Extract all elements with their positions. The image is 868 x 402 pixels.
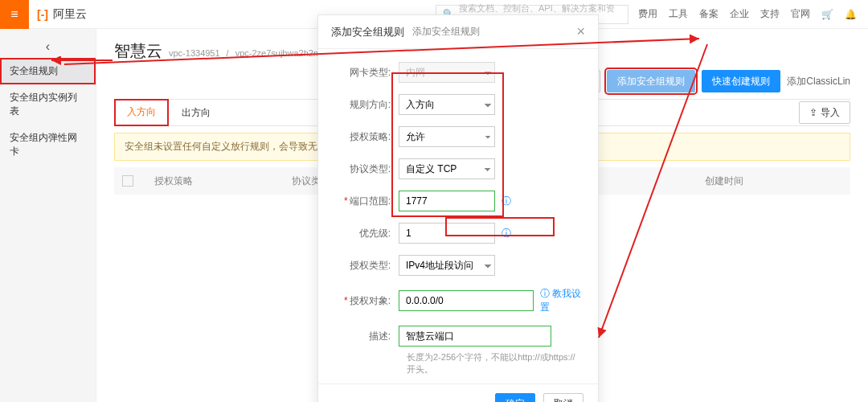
modal-form: 网卡类型: 内网 规则方向: 入方向 授权策略: 允许 协议类型: 自定义 TC… [318, 49, 598, 384]
modal-footer: 确定 取消 [318, 384, 598, 402]
label-policy: 授权策略: [333, 130, 399, 144]
ok-button[interactable]: 确定 [495, 393, 535, 403]
cancel-button[interactable]: 取消 [543, 393, 583, 403]
modal-header: 添加安全组规则 添加安全组规则 × [318, 15, 598, 49]
authtype-select[interactable]: IPv4地址段访问 [399, 255, 495, 276]
label-dir: 规则方向: [333, 98, 399, 112]
policy-select[interactable]: 允许 [399, 126, 495, 147]
direction-select[interactable]: 入方向 [399, 94, 495, 115]
info-icon[interactable]: ⓘ [502, 195, 511, 208]
description-input[interactable] [399, 326, 551, 347]
close-icon[interactable]: × [576, 23, 585, 40]
add-rule-modal: 添加安全组规则 添加安全组规则 × 网卡类型: 内网 规则方向: 入方向 授权策… [317, 14, 599, 402]
teach-link[interactable]: ⓘ 教我设置 [540, 287, 583, 314]
label-authobj: *授权对象: [333, 294, 399, 308]
priority-input[interactable] [399, 223, 495, 244]
info-icon[interactable]: ⓘ [502, 227, 511, 240]
protocol-select[interactable]: 自定义 TCP [399, 158, 495, 179]
label-proto: 协议类型: [333, 162, 399, 176]
desc-hint: 长度为2-256个字符，不能以http://或https://开头。 [407, 351, 583, 375]
nic-select: 内网 [399, 62, 495, 83]
label-desc: 描述: [333, 330, 399, 343]
modal-subtitle: 添加安全组规则 [412, 25, 480, 39]
label-nic: 网卡类型: [333, 66, 399, 80]
port-range-input[interactable] [399, 191, 495, 211]
label-port: *端口范围: [333, 195, 399, 208]
label-prio: 优先级: [333, 227, 399, 240]
auth-object-input[interactable] [399, 290, 534, 311]
modal-title: 添加安全组规则 [331, 25, 404, 39]
label-authtype: 授权类型: [333, 259, 399, 273]
